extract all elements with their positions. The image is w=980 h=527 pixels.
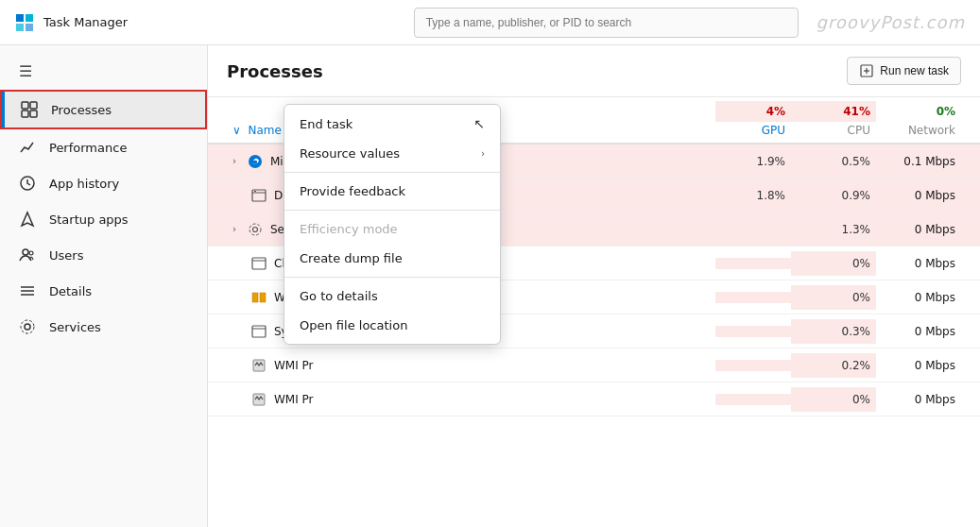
gpu-cell (715, 360, 791, 371)
title-bar: Task Manager groovyPost.com (0, 0, 980, 45)
gpu-cell (715, 258, 791, 269)
process-icon (251, 188, 266, 203)
sidebar-label-startup-apps: Startup apps (49, 212, 129, 227)
ctx-separator (284, 277, 500, 278)
run-new-task-icon (859, 63, 874, 78)
network-cell: 0 Mbps (876, 251, 961, 276)
col-cpu-header[interactable]: CPU (791, 124, 876, 137)
ctx-item-provide-feedback[interactable]: Provide feedback (284, 177, 500, 206)
process-icon (251, 290, 266, 305)
sidebar-icon-app-history (19, 175, 36, 192)
content-header: Processes Run new task (208, 45, 980, 97)
col-network-header[interactable]: Network (876, 124, 961, 137)
ctx-item-open-file-location[interactable]: Open file location (284, 311, 500, 340)
process-icon (251, 358, 266, 373)
svg-rect-3 (26, 24, 33, 31)
run-new-task-button[interactable]: Run new task (847, 57, 961, 85)
ctx-label-go-to-details: Go to details (300, 289, 378, 303)
sidebar-icon-processes (21, 101, 38, 118)
run-new-task-label: Run new task (880, 64, 949, 77)
ctx-item-go-to-details[interactable]: Go to details (284, 281, 500, 311)
svg-point-24 (253, 227, 258, 231)
expand-arrow[interactable]: › (232, 224, 236, 234)
network-cell: 0 Mbps (876, 387, 961, 412)
sidebar-item-startup-apps[interactable]: Startup apps (0, 201, 207, 237)
network-cell: 0 Mbps (876, 217, 961, 242)
cpu-cell: 0% (791, 251, 876, 276)
svg-marker-9 (22, 212, 33, 226)
sidebar-label-processes: Processes (51, 103, 112, 117)
network-cell: 0 Mbps (876, 183, 961, 208)
sidebar-label-performance: Performance (49, 141, 127, 155)
svg-rect-26 (252, 258, 266, 269)
gpu-cell (715, 292, 791, 303)
gpu-cell: 1.9% (715, 149, 791, 174)
process-icon (248, 222, 263, 237)
sidebar-item-performance[interactable]: Performance (0, 129, 207, 165)
svg-rect-5 (30, 102, 37, 109)
sidebar-icon-startup-apps (19, 211, 36, 228)
submenu-arrow: › (481, 148, 485, 159)
hamburger-menu[interactable]: ☰ (0, 53, 207, 90)
process-icon (251, 256, 266, 271)
cpu-cell: 0.2% (791, 353, 876, 378)
context-menu: End task↖Resource values›Provide feedbac… (284, 104, 501, 345)
sidebar-item-details[interactable]: Details (0, 273, 207, 309)
network-percent: 0% (876, 101, 961, 122)
process-icon (251, 392, 266, 407)
ctx-label-open-file-location: Open file location (300, 318, 407, 332)
svg-point-10 (23, 249, 28, 255)
watermark: groovyPost.com (816, 12, 965, 32)
svg-rect-7 (30, 110, 37, 117)
sidebar-icon-performance (19, 139, 36, 156)
gpu-cell (715, 224, 791, 235)
sidebar-icon-services (19, 318, 36, 335)
network-cell: 0 Mbps (876, 353, 961, 378)
cpu-cell: 0% (791, 387, 876, 412)
ctx-label-end-task: End task (300, 117, 352, 131)
svg-rect-0 (16, 14, 24, 22)
svg-point-16 (21, 320, 34, 333)
col-gpu-header[interactable]: GPU (715, 124, 791, 137)
search-input[interactable] (414, 8, 799, 38)
svg-point-20 (249, 155, 262, 168)
sidebar-label-users: Users (49, 248, 83, 263)
svg-rect-1 (26, 14, 33, 22)
sidebar-item-processes[interactable]: Processes (0, 90, 207, 129)
table-row[interactable]: WMI Pr 0% 0 Mbps (208, 382, 980, 416)
cpu-cell: 0.3% (791, 319, 876, 344)
ctx-item-end-task[interactable]: End task↖ (284, 109, 500, 139)
sidebar: ☰ Processes Performance App history Star… (0, 45, 208, 527)
process-name: WMI Pr (274, 359, 314, 372)
page-title: Processes (227, 61, 323, 81)
cpu-cell: 0.9% (791, 183, 876, 208)
app-icon (15, 13, 34, 32)
ctx-item-resource-values[interactable]: Resource values› (284, 139, 500, 168)
process-name: WMI Pr (274, 393, 314, 406)
svg-rect-6 (22, 110, 28, 117)
svg-point-25 (249, 224, 261, 235)
sidebar-item-users[interactable]: Users (0, 237, 207, 273)
ctx-separator (284, 210, 500, 211)
app-title: Task Manager (43, 15, 404, 29)
svg-rect-30 (252, 326, 266, 337)
gpu-cell (715, 326, 791, 337)
ctx-separator (284, 172, 500, 173)
ctx-label-efficiency-mode: Efficiency mode (300, 222, 398, 236)
sidebar-label-services: Services (49, 320, 101, 334)
sidebar-icon-details (19, 282, 36, 299)
svg-point-11 (29, 251, 33, 255)
cpu-cell: 1.3% (791, 217, 876, 242)
ctx-item-create-dump[interactable]: Create dump file (284, 244, 500, 273)
process-name-cell: WMI Pr (227, 386, 715, 413)
cpu-percent: 41% (791, 101, 876, 122)
table-row[interactable]: WMI Pr 0.2% 0 Mbps (208, 348, 980, 382)
sidebar-item-services[interactable]: Services (0, 309, 207, 345)
sidebar-icon-users (19, 246, 36, 264)
svg-point-15 (25, 324, 30, 330)
ctx-label-resource-values: Resource values (300, 146, 400, 161)
expand-arrow[interactable]: › (232, 156, 236, 166)
sidebar-item-app-history[interactable]: App history (0, 165, 207, 201)
process-icon (248, 154, 263, 169)
svg-rect-23 (254, 191, 256, 192)
